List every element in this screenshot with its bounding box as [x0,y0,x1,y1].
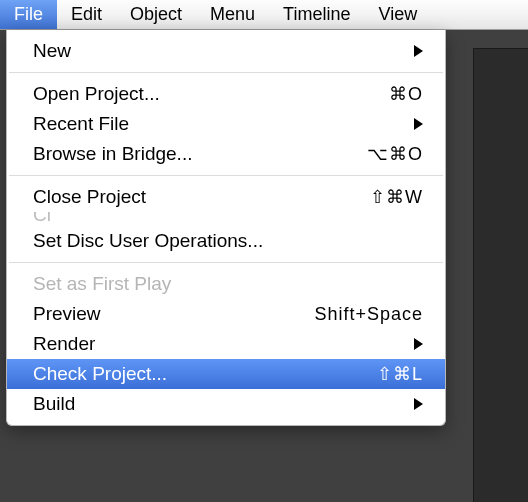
menu-item-new[interactable]: New [7,36,445,66]
submenu-arrow-icon [414,398,423,410]
menubar-item-file[interactable]: File [0,0,57,29]
menu-item-label: Set Disc User Operations... [33,230,423,252]
menu-item-label: Recent File [33,113,402,135]
menu-item-set-disc-user-operations[interactable]: Set Disc User Operations... [7,226,445,256]
menu-item-set-as-first-play: Set as First Play [7,269,445,299]
menu-separator [9,72,443,73]
submenu-arrow-icon [414,338,423,350]
panel-background [473,48,528,502]
menu-item-render[interactable]: Render [7,329,445,359]
menu-item-label: Open Project... [33,83,377,105]
menu-item-recent-file[interactable]: Recent File [7,109,445,139]
menu-item-label: Browse in Bridge... [33,143,355,165]
menubar-item-menu[interactable]: Menu [196,0,269,29]
menu-item-open-project[interactable]: Open Project... ⌘O [7,79,445,109]
menubar-item-view[interactable]: View [364,0,431,29]
menubar-item-edit[interactable]: Edit [57,0,116,29]
menu-item-label: Close Project [33,186,358,208]
menu-item-label: Set as First Play [33,273,423,295]
workarea: New Open Project... ⌘O Recent File Brows… [0,30,528,502]
menu-item-label: Build [33,393,402,415]
menu-item-check-project[interactable]: Check Project... ⇧⌘L [7,359,445,389]
menu-item-shortcut: ⇧⌘W [370,186,423,208]
menu-item-label: New [33,40,402,62]
menu-separator [9,262,443,263]
menu-separator [9,175,443,176]
submenu-arrow-icon [414,45,423,57]
menu-item-truncated: Cl [7,212,445,226]
menu-item-label: Preview [33,303,302,325]
menu-item-browse-in-bridge[interactable]: Browse in Bridge... ⌥⌘O [7,139,445,169]
menu-item-close-project[interactable]: Close Project ⇧⌘W [7,182,445,212]
menu-item-shortcut: ⌥⌘O [367,143,423,165]
menu-item-label: Check Project... [33,363,365,385]
menu-item-shortcut: ⌘O [389,83,423,105]
file-dropdown-menu: New Open Project... ⌘O Recent File Brows… [6,30,446,426]
menu-item-shortcut: Shift+Space [314,304,423,325]
menu-item-label: Render [33,333,402,355]
menu-item-preview[interactable]: Preview Shift+Space [7,299,445,329]
menu-item-shortcut: ⇧⌘L [377,363,423,385]
menubar-item-timeline[interactable]: Timeline [269,0,364,29]
menubar-item-object[interactable]: Object [116,0,196,29]
submenu-arrow-icon [414,118,423,130]
menu-item-build[interactable]: Build [7,389,445,419]
menubar: File Edit Object Menu Timeline View [0,0,528,30]
